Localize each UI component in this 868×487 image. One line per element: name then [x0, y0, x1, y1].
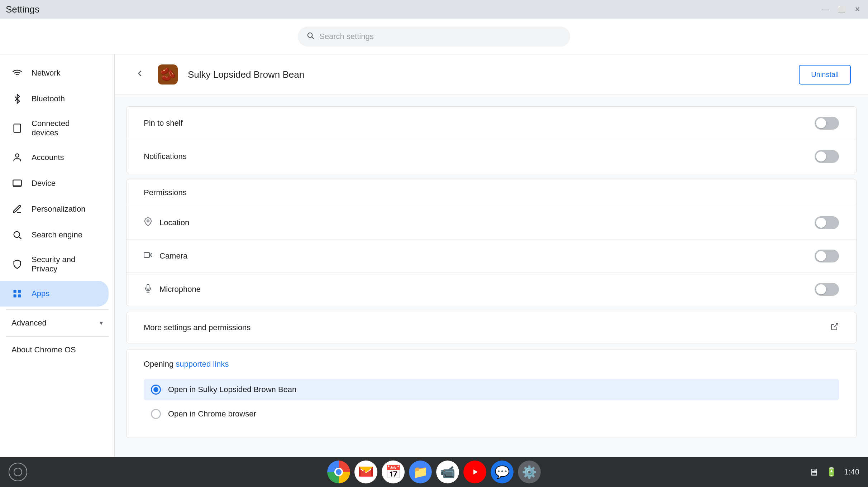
pin-to-shelf-toggle[interactable]	[815, 117, 839, 130]
app-name: Sulky Lopsided Brown Bean	[188, 69, 789, 80]
sidebar-item-connected-devices[interactable]: Connected devices	[0, 112, 109, 145]
taskbar-app-youtube[interactable]	[463, 461, 486, 483]
sidebar-divider-2	[6, 336, 109, 337]
svg-marker-21	[473, 469, 478, 474]
supported-links-link[interactable]: supported links	[176, 360, 229, 368]
sidebar-label-bluetooth: Bluetooth	[32, 94, 65, 103]
window-controls: — ⬜ ✕	[821, 4, 862, 14]
sidebar-item-security-privacy[interactable]: Security and Privacy	[0, 248, 109, 281]
sidebar-label-device: Device	[32, 179, 56, 188]
sidebar-item-bluetooth[interactable]: Bluetooth	[0, 86, 109, 112]
camera-toggle[interactable]	[815, 250, 839, 262]
svg-rect-6	[13, 180, 21, 186]
permissions-section: Permissions Location	[126, 179, 857, 306]
app-icon: 🫘	[158, 64, 178, 85]
camera-label: Camera	[159, 251, 187, 261]
basic-settings-section: Pin to shelf Notifications	[126, 106, 857, 173]
search-engine-icon	[11, 229, 23, 241]
microphone-row: Microphone	[127, 273, 856, 306]
back-button[interactable]	[132, 66, 148, 84]
bluetooth-icon	[11, 93, 23, 105]
sidebar-item-network[interactable]: Network	[0, 60, 109, 86]
location-toggle[interactable]	[815, 216, 839, 229]
sidebar-label-apps: Apps	[32, 289, 49, 298]
svg-rect-11	[18, 290, 21, 293]
sidebar-item-about-chrome-os[interactable]: About Chrome OS	[0, 339, 114, 360]
microphone-toggle[interactable]	[815, 283, 839, 296]
sidebar-item-advanced[interactable]: Advanced ▾	[0, 313, 114, 333]
content-area: Network Bluetooth Connected devices	[0, 54, 868, 457]
close-button[interactable]: ✕	[852, 4, 862, 14]
uninstall-button[interactable]: Uninstall	[799, 65, 851, 85]
svg-rect-13	[18, 294, 21, 297]
svg-line-9	[19, 237, 22, 239]
minimize-button[interactable]: —	[821, 4, 831, 14]
taskbar-app-calendar[interactable]: 📅	[382, 461, 405, 483]
open-in-app-row[interactable]: Open in Sulky Lopsided Brown Bean	[144, 379, 839, 400]
home-button[interactable]	[9, 463, 27, 481]
taskbar-app-messages[interactable]: 💬	[491, 461, 514, 483]
taskbar-app-chrome[interactable]	[327, 461, 350, 483]
location-row: Location	[127, 206, 856, 240]
open-in-app-label: Open in Sulky Lopsided Brown Bean	[168, 385, 296, 394]
notifications-toggle[interactable]	[815, 150, 839, 163]
open-in-chrome-label: Open in Chrome browser	[168, 409, 256, 419]
sidebar-divider-1	[6, 309, 109, 310]
taskbar-apps: M 📅 📁 📹 💬 ⚙️	[327, 461, 541, 483]
opening-title: Opening supported links	[144, 360, 839, 369]
sidebar-item-apps[interactable]: Apps	[0, 281, 109, 307]
sidebar-item-personalization[interactable]: Personalization	[0, 196, 109, 222]
microphone-icon	[144, 284, 152, 295]
open-in-chrome-row[interactable]: Open in Chrome browser	[144, 403, 839, 425]
tablet-icon	[11, 122, 23, 134]
opening-section: Opening supported links Open in Sulky Lo…	[126, 349, 857, 438]
settings-window: Network Bluetooth Connected devices	[0, 19, 868, 457]
location-icon	[144, 217, 152, 228]
location-label: Location	[159, 218, 189, 227]
more-settings-label: More settings and permissions	[144, 323, 251, 332]
main-panel: 🫘 Sulky Lopsided Brown Bean Uninstall Pi…	[115, 54, 868, 457]
open-in-app-radio[interactable]	[151, 385, 161, 395]
camera-icon	[144, 251, 152, 261]
taskbar-app-gmail[interactable]: M	[354, 461, 377, 483]
sidebar-item-device[interactable]: Device	[0, 170, 109, 196]
sidebar-label-search-engine: Search engine	[32, 230, 82, 240]
pin-to-shelf-label: Pin to shelf	[144, 119, 183, 128]
sidebar-label-network: Network	[32, 68, 61, 78]
apps-grid-icon	[11, 288, 23, 299]
maximize-button[interactable]: ⬜	[836, 4, 846, 14]
svg-rect-3	[14, 124, 21, 132]
sidebar-label-connected-devices: Connected devices	[32, 119, 97, 138]
taskbar: M 📅 📁 📹 💬 ⚙️	[0, 457, 868, 487]
notifications-row: Notifications	[127, 140, 856, 173]
edit-icon	[11, 203, 23, 215]
topbar	[0, 19, 868, 54]
wifi-icon	[11, 67, 23, 79]
svg-line-18	[834, 323, 838, 327]
chevron-down-icon: ▾	[100, 319, 103, 327]
taskbar-app-meet[interactable]: 📹	[436, 461, 459, 483]
home-icon	[14, 468, 22, 476]
more-settings-row[interactable]: More settings and permissions	[126, 312, 857, 343]
sidebar-item-accounts[interactable]: Accounts	[0, 145, 109, 170]
screen-icon: 🖥	[809, 466, 819, 478]
camera-row: Camera	[127, 240, 856, 273]
svg-point-8	[14, 232, 20, 237]
notifications-label: Notifications	[144, 152, 187, 161]
search-input[interactable]	[319, 32, 562, 41]
sidebar-label-advanced: Advanced	[11, 318, 47, 328]
external-link-icon	[830, 322, 839, 333]
laptop-icon	[11, 178, 23, 189]
shield-icon	[11, 259, 23, 270]
taskbar-time: 1:40	[844, 467, 859, 477]
taskbar-app-files[interactable]: 📁	[409, 461, 432, 483]
svg-point-14	[147, 220, 149, 222]
pin-to-shelf-row: Pin to shelf	[127, 107, 856, 140]
taskbar-app-settings[interactable]: ⚙️	[518, 461, 541, 483]
svg-point-5	[15, 154, 19, 157]
sidebar-item-search-engine[interactable]: Search engine	[0, 222, 109, 248]
open-in-chrome-radio[interactable]	[151, 409, 161, 419]
opening-prefix: Opening	[144, 360, 173, 368]
sidebar-label-about-chrome-os: About Chrome OS	[11, 345, 76, 355]
taskbar-right: 🖥 🔋 1:40	[809, 466, 859, 478]
